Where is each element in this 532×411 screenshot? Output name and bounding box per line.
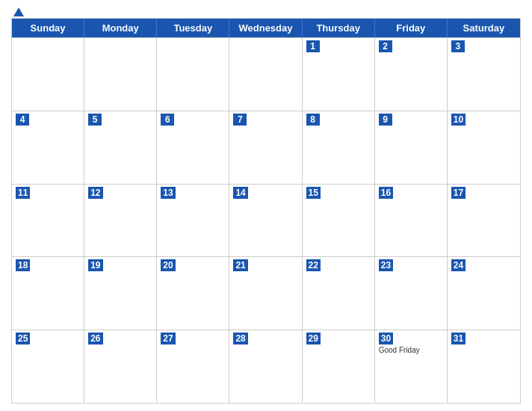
day-number: 27 — [161, 333, 175, 344]
day-number: 20 — [161, 259, 175, 271]
day-cell: 9 — [375, 111, 448, 184]
day-cell: 1 — [303, 38, 375, 111]
day-number: 8 — [306, 114, 320, 126]
day-number — [233, 40, 247, 42]
day-cell: 11 — [12, 185, 84, 257]
day-cell: 2 — [375, 38, 448, 111]
day-header-friday: Friday — [375, 19, 448, 37]
day-number: 9 — [379, 114, 392, 126]
day-number: 24 — [451, 259, 466, 271]
day-number: 13 — [161, 187, 175, 199]
calendar-grid: SundayMondayTuesdayWednesdayThursdayFrid… — [11, 18, 521, 404]
day-cell: 23 — [375, 257, 448, 330]
day-number: 28 — [233, 333, 247, 344]
day-header-saturday: Saturday — [448, 19, 520, 37]
day-cell — [84, 38, 157, 111]
day-number: 7 — [233, 114, 247, 126]
logo-blue-text — [11, 7, 24, 17]
logo — [11, 7, 24, 17]
day-number: 11 — [16, 187, 30, 199]
day-number: 29 — [306, 333, 321, 344]
day-cell: 29 — [303, 330, 375, 403]
day-cell: 25 — [12, 330, 84, 403]
day-number: 5 — [88, 114, 102, 126]
day-cell: 5 — [84, 111, 157, 184]
day-cell — [12, 38, 84, 111]
day-cell: 22 — [303, 257, 375, 330]
day-number: 23 — [379, 259, 393, 271]
day-cell: 27 — [157, 330, 229, 403]
day-number: 26 — [88, 333, 102, 344]
day-cell: 4 — [12, 111, 84, 184]
day-number: 16 — [379, 187, 393, 199]
day-headers-row: SundayMondayTuesdayWednesdayThursdayFrid… — [12, 19, 520, 37]
day-header-wednesday: Wednesday — [229, 19, 302, 37]
day-number: 10 — [451, 114, 466, 126]
day-number: 30 — [379, 333, 393, 344]
day-cell: 19 — [84, 257, 157, 330]
day-cell: 7 — [229, 111, 302, 184]
day-number: 31 — [451, 333, 466, 344]
day-header-monday: Monday — [84, 19, 157, 37]
day-cell: 31 — [448, 330, 520, 403]
week-row-1: 123 — [12, 37, 520, 111]
day-cell: 14 — [229, 185, 302, 257]
day-number: 21 — [233, 259, 247, 271]
day-cell: 15 — [303, 185, 375, 257]
day-cell: 16 — [375, 185, 448, 257]
calendar-header — [11, 7, 521, 13]
week-row-2: 45678910 — [12, 111, 520, 184]
day-cell — [229, 38, 302, 111]
day-number: 15 — [306, 187, 321, 199]
day-number: 2 — [379, 40, 392, 52]
day-cell: 18 — [12, 257, 84, 330]
day-cell: 30Good Friday — [375, 330, 448, 403]
day-number: 3 — [451, 40, 465, 52]
day-number: 6 — [161, 114, 174, 126]
week-row-4: 18192021222324 — [12, 256, 520, 330]
day-cell: 10 — [448, 111, 520, 184]
day-cell: 24 — [448, 257, 520, 330]
calendar-page: SundayMondayTuesdayWednesdayThursdayFrid… — [0, 0, 532, 411]
day-number: 19 — [88, 259, 102, 271]
event-label: Good Friday — [379, 346, 443, 354]
logo-triangle-icon — [13, 7, 24, 16]
day-number: 14 — [233, 187, 247, 199]
day-cell: 6 — [157, 111, 229, 184]
day-number — [88, 40, 102, 42]
day-number: 22 — [306, 259, 321, 271]
day-number: 17 — [451, 187, 466, 199]
day-cell: 21 — [229, 257, 302, 330]
day-header-thursday: Thursday — [303, 19, 375, 37]
day-cell: 13 — [157, 185, 229, 257]
day-cell: 26 — [84, 330, 157, 403]
day-number: 12 — [88, 187, 102, 199]
day-cell — [157, 38, 229, 111]
day-number: 1 — [306, 40, 320, 52]
day-header-tuesday: Tuesday — [157, 19, 229, 37]
calendar-weeks: 1234567891011121314151617181920212223242… — [12, 37, 520, 403]
day-number: 18 — [16, 259, 30, 271]
day-number — [16, 40, 29, 42]
day-header-sunday: Sunday — [12, 19, 84, 37]
day-number — [161, 40, 174, 42]
day-cell: 17 — [448, 185, 520, 257]
day-cell: 12 — [84, 185, 157, 257]
week-row-3: 11121314151617 — [12, 184, 520, 257]
week-row-5: 252627282930Good Friday31 — [12, 330, 520, 403]
day-number: 25 — [16, 333, 30, 344]
day-cell: 20 — [157, 257, 229, 330]
day-cell: 28 — [229, 330, 302, 403]
day-number: 4 — [16, 114, 29, 126]
day-cell: 3 — [448, 38, 520, 111]
day-cell: 8 — [303, 111, 375, 184]
